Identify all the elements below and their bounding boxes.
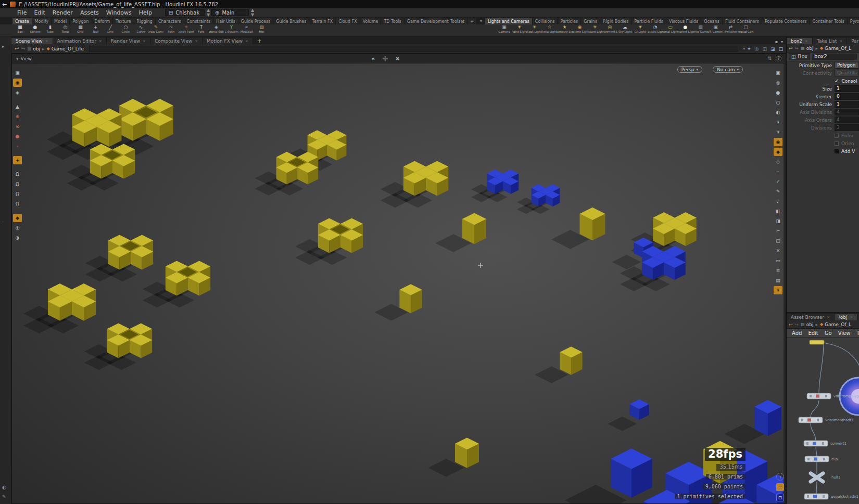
- vertex-display-icon[interactable]: ✓: [774, 177, 782, 186]
- point-display-icon[interactable]: ·: [774, 167, 782, 176]
- link-panes-icon[interactable]: ◪: [770, 46, 775, 51]
- main-view-selector[interactable]: ⊕ Main: [211, 9, 249, 16]
- shelf-tool-area-light[interactable]: ☆Area Light: [542, 24, 557, 36]
- camera-bar-icon[interactable]: ▭: [774, 256, 782, 265]
- annotate-icon[interactable]: ✎: [774, 187, 782, 196]
- shelf-tool-tube[interactable]: ▮Tube: [43, 24, 58, 36]
- pin-icon[interactable]: ✦: [747, 46, 751, 51]
- param-nav-back-icon[interactable]: ↩: [789, 46, 793, 51]
- uv-display-icon[interactable]: ♪: [774, 197, 782, 205]
- node-name-field[interactable]: box2: [812, 54, 857, 60]
- shelf-tool-metaball[interactable]: ∞Metaball: [239, 24, 254, 36]
- help-icon[interactable]: ?: [776, 56, 781, 61]
- param-checkbox[interactable]: Add V: [835, 149, 859, 154]
- shelf-tool-sky-light[interactable]: ☁Sky Light: [617, 24, 633, 36]
- viewport-canvas[interactable]: ▾ View ∗ ➕ ✖ ⇅ ? ▣◉◈▲⊕⊗●∘+ΩΩΩΩ◆◎◑ ▣◎●○◐☀…: [11, 54, 786, 504]
- menu-edit[interactable]: Edit: [30, 9, 48, 16]
- param-dropdown[interactable]: Polygon: [835, 62, 859, 69]
- sync-icon[interactable]: ◎: [755, 46, 759, 51]
- param-checkbox[interactable]: ✓Consol: [835, 78, 859, 84]
- origin-gnomon-icon[interactable]: ⌐: [774, 227, 782, 235]
- shelf-tab-hair-utils[interactable]: Hair Utils: [213, 18, 238, 24]
- close-tab-icon[interactable]: ×: [99, 39, 102, 43]
- close-tab-icon[interactable]: ×: [827, 315, 830, 319]
- shade-tool-icon[interactable]: ◆: [13, 214, 22, 222]
- rotate-tool-icon[interactable]: ⊗: [13, 122, 22, 131]
- path-obj-chip[interactable]: ▤ obj: [28, 46, 40, 51]
- tab-asset-browser[interactable]: Asset Browser×: [787, 314, 835, 320]
- shelf-tab-deform[interactable]: Deform: [92, 18, 113, 24]
- menu-help[interactable]: Help: [135, 9, 156, 16]
- hide-objects-icon[interactable]: ◎: [774, 79, 782, 87]
- shelf-tab-rigging[interactable]: Rigging: [134, 18, 156, 24]
- transparency-icon[interactable]: ◇: [774, 158, 782, 166]
- tab-box2[interactable]: box2×: [787, 38, 813, 44]
- handle-rotate-icon[interactable]: ➕: [383, 56, 388, 61]
- translate-tool-icon[interactable]: ⊕: [13, 112, 22, 121]
- tab-composite-view[interactable]: Composite View×: [150, 38, 203, 44]
- shelf-tool-circle[interactable]: ○Circle: [118, 24, 133, 36]
- shelf-tool-vr-camera[interactable]: ▣VR Camera: [708, 24, 723, 36]
- shelf-tool-platonic-solids[interactable]: ◈Platonic Solids: [209, 24, 224, 36]
- template-display-icon[interactable]: ◨: [774, 217, 782, 225]
- shelf-overflow-icon[interactable]: ▾: [477, 18, 485, 24]
- menu-file[interactable]: File: [14, 9, 30, 16]
- path-dropdown-icon[interactable]: ▾: [743, 47, 746, 51]
- info-icon[interactable]: i: [776, 473, 784, 481]
- strip-sphere-icon[interactable]: ◐: [2, 485, 6, 490]
- shelf-tool-spot-light[interactable]: ☀Spot Light: [527, 24, 542, 36]
- handle-scale-icon[interactable]: ✖: [396, 56, 400, 61]
- view-mask-icon[interactable]: ▢: [774, 237, 782, 245]
- shelf-tab-guide-brushes[interactable]: Guide Brushes: [273, 18, 309, 24]
- pane-split-icon[interactable]: ▪: [775, 40, 778, 44]
- tab-render-view[interactable]: Render View×: [107, 38, 150, 44]
- shelf-tool-file[interactable]: ▤File: [254, 24, 269, 36]
- shelf-tab-particles[interactable]: Particles: [558, 18, 581, 24]
- shelf-tab-texture[interactable]: Texture: [113, 18, 134, 24]
- shelf-tab-oceans[interactable]: Oceans: [701, 18, 723, 24]
- net-menu-view[interactable]: View: [838, 330, 851, 336]
- new-tab-button[interactable]: +: [253, 37, 266, 44]
- param-field[interactable]: 0: [835, 93, 859, 100]
- shelf-tab-guide-process[interactable]: Guide Process: [238, 18, 273, 24]
- path-node-chip[interactable]: ◆ Game_Of_Life: [47, 46, 84, 51]
- axis-display-icon[interactable]: ✕: [774, 247, 782, 255]
- shelf-tool-l-system[interactable]: YL-System: [224, 24, 239, 36]
- param-path-node-chip[interactable]: ◆Game_Of_L: [820, 46, 851, 51]
- snap-point-icon[interactable]: Ω: [13, 180, 22, 188]
- net-path-obj-chip[interactable]: ▤obj: [801, 322, 813, 327]
- magnifier-icon[interactable]: ⊡: [776, 494, 784, 501]
- select-mode-icon[interactable]: ◉: [13, 79, 22, 87]
- close-tab-icon[interactable]: ×: [195, 39, 198, 43]
- view-tool-icon[interactable]: ▣: [13, 69, 22, 77]
- desktop-spinner-icon[interactable]: ▲▼: [207, 8, 209, 17]
- menu-assets[interactable]: Assets: [77, 9, 103, 16]
- tab-take-list[interactable]: Take List×: [813, 38, 847, 44]
- close-tab-icon[interactable]: ×: [850, 315, 853, 319]
- grid-options-icon[interactable]: ∷: [776, 483, 784, 491]
- shelf-tab-populate-containers[interactable]: Populate Containers: [762, 18, 810, 24]
- display-lights-icon[interactable]: ☀: [774, 286, 782, 294]
- shelf-tool-caustic-light[interactable]: ◔Caustic Light: [648, 24, 663, 36]
- shelf-tab-pyro-fx[interactable]: Pyro FX: [848, 18, 859, 24]
- shelf-tab-container-tools[interactable]: Container Tools: [810, 18, 847, 24]
- main-view-spinner-icon[interactable]: ▲▼: [251, 8, 254, 17]
- shelf-tab-lights-and-cameras[interactable]: Lights and Cameras: [485, 18, 533, 24]
- param-field[interactable]: 1: [835, 85, 859, 92]
- camera-view-icon[interactable]: ▣: [774, 69, 782, 77]
- shelf-tab-td-tools[interactable]: TD Tools: [381, 18, 404, 24]
- param-field[interactable]: 1: [835, 101, 859, 108]
- tab-scene-view[interactable]: Scene View×: [11, 38, 53, 44]
- shelf-tool-draw-curve[interactable]: ✎Draw Curve: [148, 24, 163, 36]
- tab-obj[interactable]: /obj×: [835, 314, 858, 320]
- peak-tool-icon[interactable]: ∘: [13, 142, 22, 150]
- desktop-selector[interactable]: ⊞ Chishbak: [165, 9, 205, 16]
- shelf-tool-curve[interactable]: ∿Curve: [133, 24, 148, 36]
- flipbook-icon[interactable]: ◑: [13, 234, 22, 242]
- shelf-tab-modify[interactable]: Modify: [32, 18, 52, 24]
- select-arrow-icon[interactable]: ▲: [13, 102, 22, 111]
- shelf-tool-box[interactable]: ■Box: [12, 24, 28, 36]
- strip-pen-icon[interactable]: ✎: [2, 494, 6, 499]
- close-tab-icon[interactable]: ×: [805, 39, 808, 43]
- shelf-tool-stereo-camera[interactable]: ▥Stereo Camera: [693, 24, 708, 36]
